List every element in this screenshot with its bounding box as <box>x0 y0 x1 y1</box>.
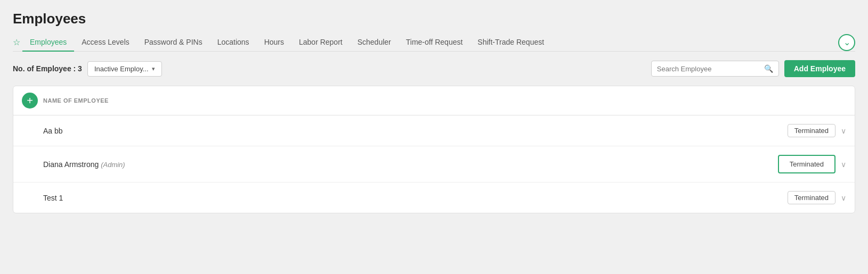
tab-shift-trade[interactable]: Shift-Trade Request <box>470 34 551 52</box>
tab-scheduler[interactable]: Scheduler <box>350 34 399 52</box>
column-header-name: NAME OF EMPLOYEE <box>43 97 109 104</box>
tab-access-levels[interactable]: Access Levels <box>74 34 136 52</box>
employee-role: (Admin) <box>101 161 125 169</box>
toolbar-left: No. of Employee : 3 Inactive Employ... ▾ <box>13 61 162 77</box>
tab-employees[interactable]: Employees <box>22 34 74 52</box>
tab-labor-report[interactable]: Labor Report <box>291 34 350 52</box>
employee-count: No. of Employee : 3 <box>13 64 82 73</box>
tab-locations[interactable]: Locations <box>210 34 257 52</box>
tabs-bar: ☆ Employees Access Levels Password & PIN… <box>13 34 855 52</box>
table-row: Test 1 Terminated ∨ <box>13 182 855 213</box>
toolbar-right: 🔍 Add Employee <box>651 60 855 77</box>
row-expand-icon[interactable]: ∨ <box>841 127 846 135</box>
add-employee-button[interactable]: Add Employee <box>784 60 855 77</box>
tab-hours[interactable]: Hours <box>257 34 291 52</box>
search-icon: 🔍 <box>764 64 773 73</box>
add-row-button[interactable]: + <box>22 93 38 109</box>
filter-dropdown[interactable]: Inactive Employ... ▾ <box>87 61 162 77</box>
row-expand-icon[interactable]: ∨ <box>841 160 846 169</box>
employee-name: Aa bb <box>43 127 63 135</box>
toolbar: No. of Employee : 3 Inactive Employ... ▾… <box>13 60 855 77</box>
employees-table: + NAME OF EMPLOYEE Aa bb Terminated ∨ Di… <box>13 86 855 213</box>
tab-password-pins[interactable]: Password & PINs <box>137 34 210 52</box>
table-row: Aa bb Terminated ∨ <box>13 115 855 146</box>
row-expand-icon[interactable]: ∨ <box>841 194 846 202</box>
employee-name: Test 1 <box>43 194 63 202</box>
status-badge[interactable]: Terminated <box>788 124 835 137</box>
search-input[interactable] <box>657 65 761 73</box>
page-title: Employees <box>13 11 855 27</box>
highlighted-status-area: Terminated <box>778 155 835 173</box>
employee-name: Diana Armstrong (Admin) <box>43 160 125 169</box>
row-right: Terminated ∨ <box>788 191 846 204</box>
search-box: 🔍 <box>651 61 779 77</box>
tab-timeoff-request[interactable]: Time-off Request <box>399 34 470 52</box>
star-icon[interactable]: ☆ <box>13 37 20 47</box>
chevron-down-icon: ⌄ <box>843 37 850 47</box>
filter-chevron-icon: ▾ <box>152 65 155 72</box>
row-right: Terminated ∨ <box>778 155 846 173</box>
status-badge[interactable]: Terminated <box>783 158 830 170</box>
row-right: Terminated ∨ <box>788 124 846 137</box>
status-badge[interactable]: Terminated <box>788 191 835 204</box>
tabs-expand-button[interactable]: ⌄ <box>838 34 855 51</box>
table-header: + NAME OF EMPLOYEE <box>13 86 855 115</box>
table-row: Diana Armstrong (Admin) Terminated ∨ <box>13 146 855 182</box>
filter-label: Inactive Employ... <box>94 65 149 73</box>
